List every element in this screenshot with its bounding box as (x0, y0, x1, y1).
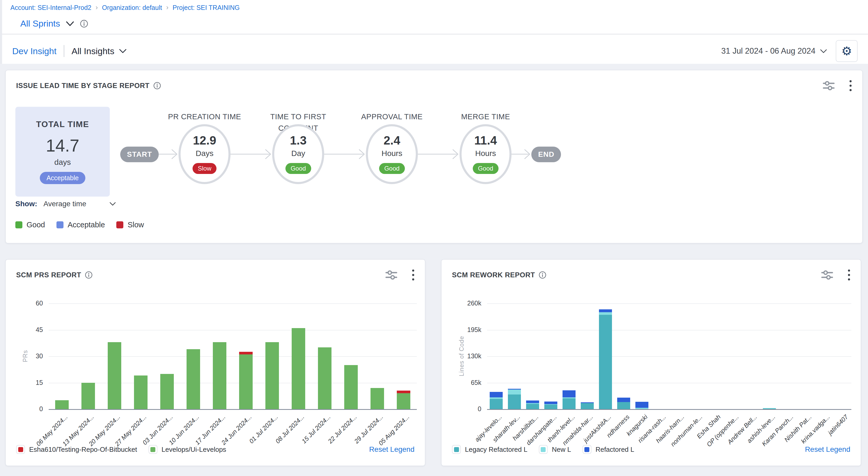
scm-rework-chart: Lines of Code065k130k195k260kajay-levelo… (452, 286, 851, 447)
legend-label[interactable]: Levelops/Ui-Levelops (162, 446, 226, 454)
legend-label[interactable]: Refactored L (596, 446, 634, 454)
info-icon[interactable] (85, 271, 93, 279)
bar-segment[interactable] (508, 390, 521, 394)
legend-label[interactable]: New L (552, 446, 571, 454)
legend-swatch[interactable] (16, 445, 25, 454)
bar-segment[interactable] (599, 309, 612, 312)
bar-segment[interactable] (526, 403, 539, 404)
info-icon[interactable] (153, 82, 161, 90)
bar-segment[interactable] (108, 342, 121, 409)
breadcrumb-separator: › (166, 3, 168, 11)
legend-swatch[interactable] (149, 445, 157, 454)
bar-segment[interactable] (134, 376, 148, 409)
filter-sliders-icon[interactable] (823, 80, 835, 91)
legend-item[interactable]: New L (539, 445, 571, 454)
breadcrumb-separator: › (95, 3, 98, 11)
sprint-selector-label[interactable]: All Sprints (20, 19, 60, 29)
bar-segment[interactable] (371, 388, 384, 409)
stage-circle[interactable]: 12.9 Days Slow (179, 124, 230, 184)
breadcrumb-item[interactable]: Organization: default (102, 4, 162, 11)
reset-legend-link[interactable]: Reset Legend (369, 445, 414, 454)
bar-segment[interactable] (544, 405, 557, 409)
legend-label: Slow (127, 220, 144, 229)
bar-segment[interactable] (292, 328, 305, 409)
y-tick-label: 130k (452, 352, 482, 360)
info-icon[interactable] (538, 271, 547, 279)
kebab-menu-icon[interactable] (412, 269, 414, 281)
breadcrumb-item[interactable]: Project: SEI TRAINING (173, 4, 240, 11)
date-range-picker[interactable]: 31 Jul 2024 - 06 Aug 2024 (721, 46, 827, 56)
bar-segment[interactable] (581, 402, 594, 403)
legend-swatch[interactable] (583, 445, 591, 454)
show-value[interactable]: Average time (43, 200, 86, 208)
lead-time-stage: APPROVAL TIME 2.4 Hours Good (366, 111, 418, 184)
kebab-menu-icon[interactable] (848, 269, 850, 281)
kebab-menu-icon[interactable] (849, 80, 852, 92)
bar-segment[interactable] (636, 402, 648, 408)
bar-segment[interactable] (526, 404, 539, 409)
stage-value: 2.4 (383, 135, 400, 146)
legend-item[interactable]: Refactored L (583, 445, 634, 454)
insight-selector[interactable]: All Insights (71, 46, 126, 56)
bar-segment[interactable] (599, 312, 612, 315)
bar-segment[interactable] (490, 397, 503, 399)
legend-item[interactable]: Levelops/Ui-Levelops (149, 445, 226, 454)
bar-segment[interactable] (187, 349, 200, 409)
filter-sliders-icon[interactable] (821, 269, 833, 280)
legend-label[interactable]: Esha610/Testing-Repo-Of-Bitbucket (29, 446, 137, 454)
stage-circle[interactable]: 11.4 Hours Good (460, 124, 512, 184)
bar-segment[interactable] (562, 397, 576, 399)
insight-name[interactable]: Dev Insight (12, 46, 57, 56)
bar-segment[interactable] (617, 402, 630, 409)
bar-segment[interactable] (397, 391, 410, 393)
bar-segment[interactable] (160, 374, 174, 409)
bar-segment[interactable] (526, 400, 539, 403)
y-tick-label: 260k (452, 299, 482, 307)
breadcrumb-item[interactable]: Account: SEI-Internal-Prod2 (10, 4, 91, 11)
bar-segment[interactable] (562, 398, 576, 409)
bar-segment[interactable] (599, 315, 612, 409)
insight-selector-label[interactable]: All Insights (71, 46, 114, 56)
stage-circle[interactable]: 2.4 Hours Good (366, 124, 418, 184)
reset-legend-link[interactable]: Reset Legend (805, 445, 850, 454)
bar-segment[interactable] (344, 365, 358, 409)
legend-label[interactable]: Legacy Refactored L (465, 446, 527, 454)
legend-item[interactable]: Legacy Refactored L (452, 445, 527, 454)
y-tick-label: 15 (16, 379, 43, 386)
legend-swatch[interactable] (539, 445, 548, 454)
chevron-down-icon[interactable] (110, 202, 116, 206)
sprint-selector[interactable]: All Sprints (20, 19, 868, 29)
bar-segment[interactable] (239, 352, 253, 354)
date-range-text[interactable]: 31 Jul 2024 - 06 Aug 2024 (721, 46, 815, 56)
bar-segment[interactable] (397, 393, 410, 409)
bar-segment[interactable] (544, 404, 557, 405)
stage-circle[interactable]: 1.3 Day Good (272, 124, 324, 184)
bar-segment[interactable] (213, 342, 226, 409)
show-dropdown[interactable]: Show: Average time (16, 200, 116, 208)
settings-gear-button[interactable]: ⚙ (836, 40, 858, 62)
legend-swatch[interactable] (452, 445, 461, 454)
insight-header-row: Dev Insight All Insights 31 Jul 2024 - 0… (0, 34, 868, 68)
bar-segment[interactable] (508, 389, 521, 390)
filter-sliders-icon[interactable] (385, 269, 397, 280)
bar-segment[interactable] (55, 400, 69, 409)
chevron-down-icon[interactable] (66, 21, 74, 27)
bar-segment[interactable] (763, 408, 776, 409)
bar-segment[interactable] (266, 342, 279, 409)
bar-segment[interactable] (82, 383, 95, 409)
bar-segment[interactable] (562, 390, 576, 397)
bar-segment[interactable] (239, 354, 253, 409)
info-icon[interactable] (80, 20, 88, 28)
bar-segment[interactable] (581, 403, 594, 409)
bar-segment[interactable] (617, 397, 630, 402)
legend-swatch (57, 221, 63, 228)
bar-segment[interactable] (508, 394, 521, 409)
bar-segment[interactable] (318, 347, 332, 409)
gridline (49, 330, 417, 330)
bar-segment[interactable] (544, 401, 557, 404)
bar-segment[interactable] (490, 399, 503, 409)
x-tick-label: jatin6407 (826, 413, 849, 437)
legend-item[interactable]: Esha610/Testing-Repo-Of-Bitbucket (16, 445, 137, 454)
total-time-label: TOTAL TIME (36, 120, 89, 129)
bar-segment[interactable] (490, 392, 503, 397)
